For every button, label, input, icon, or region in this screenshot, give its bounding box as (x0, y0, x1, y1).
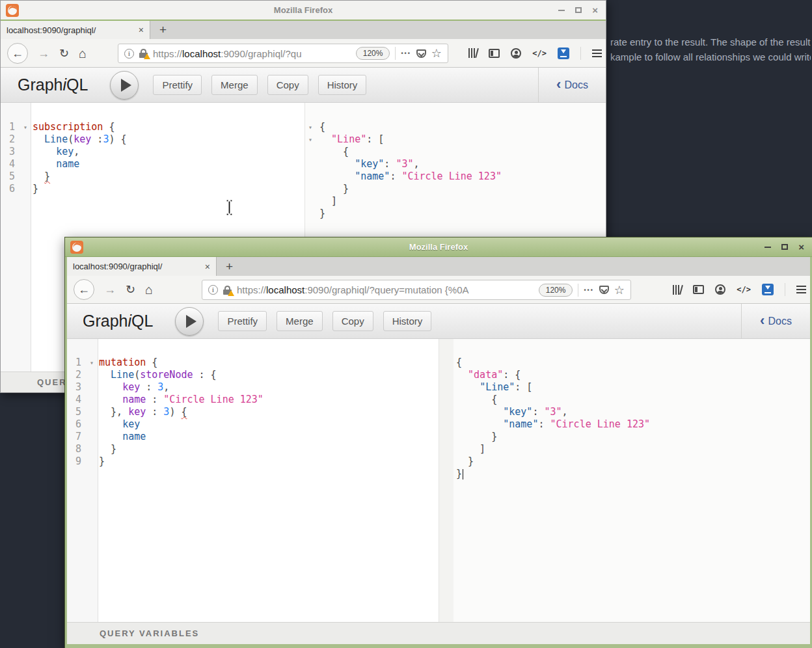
code-line: ▾ "key": "3", (439, 406, 810, 418)
code-line: 4 name (3, 158, 304, 170)
pocket-icon[interactable] (599, 286, 609, 294)
nav-reload-button[interactable]: ↻ (59, 47, 69, 59)
fold-arrow-icon (87, 418, 97, 431)
history-button[interactable]: History (383, 311, 432, 331)
page-info-icon[interactable]: i (208, 285, 218, 295)
code-line: ▾ "Line": [ (305, 133, 606, 146)
prettify-button[interactable]: Prettify (218, 311, 267, 331)
divider (578, 284, 578, 297)
nav-home-button[interactable]: ⌂ (145, 283, 153, 296)
tab-close-icon[interactable]: × (139, 25, 144, 35)
nav-reload-button[interactable]: ↻ (126, 284, 135, 295)
code-line: "name": "Circle Line 123" (305, 170, 606, 183)
code-line: 1▾subscription { (3, 121, 304, 133)
nav-back-button[interactable]: ← (74, 279, 94, 300)
code-line: 6 key (70, 418, 439, 431)
insecure-lock-icon[interactable] (139, 49, 148, 58)
fold-arrow-icon[interactable]: ▾ (305, 121, 318, 133)
fold-arrow-icon[interactable]: ▾ (87, 357, 97, 369)
menu-hamburger-icon[interactable] (796, 286, 806, 293)
code-line: ▾ "Line": [ (439, 381, 810, 394)
code-line: ] (439, 443, 810, 455)
back-arrow-icon: ← (12, 47, 23, 59)
new-tab-button[interactable]: + (150, 21, 176, 39)
bookmark-star-icon[interactable]: ☆ (431, 46, 442, 61)
url-text[interactable]: https://localhost:9090/graphiql/?query=m… (237, 284, 534, 295)
insecure-lock-icon[interactable] (223, 286, 232, 295)
maximize-button[interactable] (781, 244, 788, 250)
new-tab-button[interactable]: + (217, 257, 242, 276)
url-bar[interactable]: i https://localhost:9090/graphiql/?qu 12… (118, 44, 448, 63)
prettify-button[interactable]: Prettify (153, 75, 202, 95)
fold-arrow-icon (87, 369, 97, 381)
library-icon[interactable] (468, 48, 478, 58)
docs-button[interactable]: ‹Docs (538, 68, 606, 102)
tab-localhost-graphiql[interactable]: localhost:9090/graphiql/ × (67, 257, 217, 276)
tab-close-icon[interactable]: × (205, 262, 210, 272)
fold-arrow-icon (20, 133, 31, 146)
history-button[interactable]: History (318, 75, 367, 95)
account-icon[interactable] (715, 284, 725, 295)
code-line: 2 Line(storeNode : { (70, 369, 439, 381)
page-info-icon[interactable]: i (124, 49, 134, 59)
sidebar-icon[interactable] (693, 285, 704, 294)
download-icon[interactable] (762, 284, 774, 295)
fold-arrow-icon (87, 443, 97, 455)
zoom-level-badge[interactable]: 120% (539, 284, 573, 297)
divider (395, 47, 396, 60)
warning-triangle-icon (228, 290, 234, 296)
code-line: 4 name : "Circle Line 123" (70, 394, 439, 406)
url-bar[interactable]: i https://localhost:9090/graphiql/?query… (202, 280, 631, 300)
page-actions-icon[interactable]: ••• (584, 287, 593, 293)
zoom-level-badge[interactable]: 120% (356, 47, 390, 60)
chevron-left-icon: ‹ (556, 77, 561, 92)
nav-forward-button[interactable]: → (104, 284, 116, 295)
query-variables-bar[interactable]: QUERY VARIABLES (67, 622, 810, 644)
code-line: { (305, 146, 606, 158)
code-line: 2 Line(key :3) { (3, 133, 304, 146)
close-button[interactable]: × (798, 244, 804, 250)
account-icon[interactable] (511, 48, 521, 59)
download-icon[interactable] (558, 47, 569, 59)
library-icon[interactable] (673, 285, 682, 295)
sidebar-icon[interactable] (489, 49, 500, 58)
url-text[interactable]: https://localhost:9090/graphiql/?qu (153, 48, 351, 59)
bookmark-star-icon[interactable]: ☆ (614, 283, 625, 297)
pocket-icon[interactable] (416, 49, 426, 58)
copy-button[interactable]: Copy (332, 311, 373, 331)
nav-forward-button[interactable]: → (38, 47, 49, 59)
front-tabbar: localhost:9090/graphiql/ × + (67, 257, 810, 276)
devtools-icon[interactable]: </> (532, 49, 547, 58)
copy-button[interactable]: Copy (267, 75, 308, 95)
tab-label: localhost:9090/graphiql/ (73, 262, 200, 271)
front-titlebar[interactable]: Mozilla Firefox × (65, 237, 812, 257)
fold-arrow-icon[interactable]: ▾ (20, 121, 31, 133)
fold-arrow-icon[interactable]: ▾ (305, 133, 318, 146)
code-line: "name": "Circle Line 123" (439, 418, 810, 431)
query-editor[interactable]: 1▾mutation {2 Line(storeNode : {3 key : … (67, 339, 439, 622)
background-doc-text-line1: rate entry to the result. The shape of t… (610, 36, 811, 47)
result-fold-gutter (439, 339, 453, 622)
merge-button[interactable]: Merge (277, 311, 323, 331)
fold-arrow-icon (305, 183, 318, 195)
close-button[interactable]: × (592, 7, 598, 14)
devtools-icon[interactable]: </> (737, 285, 751, 294)
code-line: } (439, 468, 810, 480)
back-titlebar[interactable]: Mozilla Firefox × (1, 1, 606, 20)
minimize-button[interactable] (558, 10, 565, 11)
maximize-button[interactable] (575, 7, 582, 13)
docs-button[interactable]: ‹Docs (741, 304, 810, 338)
execute-query-button[interactable] (110, 71, 139, 100)
result-viewer[interactable]: ▾{ "data": {▾ "Line": [ {▾ "key": "3", "… (439, 339, 810, 622)
menu-hamburger-icon[interactable] (592, 49, 602, 57)
nav-back-button[interactable]: ← (7, 43, 28, 64)
code-line: } (305, 208, 606, 220)
tab-localhost-graphiql[interactable]: localhost:9090/graphiql/ × (1, 21, 150, 39)
merge-button[interactable]: Merge (211, 75, 258, 95)
page-actions-icon[interactable]: ••• (401, 50, 411, 57)
execute-query-button[interactable] (175, 307, 204, 336)
fold-arrow-icon (305, 170, 318, 183)
minimize-button[interactable] (765, 247, 771, 248)
nav-home-button[interactable]: ⌂ (79, 47, 87, 60)
front-window-title: Mozilla Firefox (65, 242, 812, 252)
